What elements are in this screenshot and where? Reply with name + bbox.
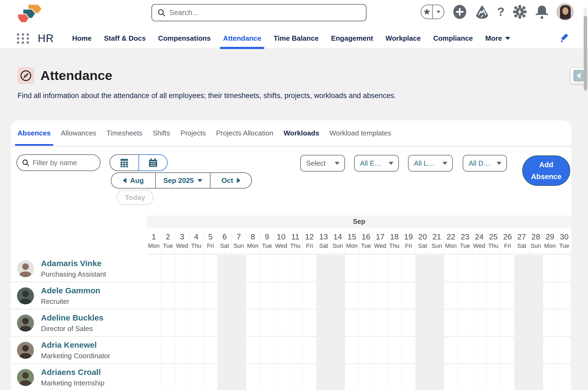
- calendar-cell[interactable]: [218, 364, 232, 390]
- nav-item-staff-docs[interactable]: Staff & Docs: [104, 34, 146, 43]
- calendar-cell[interactable]: [373, 309, 388, 337]
- calendar-cell[interactable]: [161, 309, 175, 337]
- calendar-cell[interactable]: [430, 255, 444, 282]
- calendar-cell[interactable]: [472, 337, 487, 364]
- calendar-cell[interactable]: [274, 282, 289, 309]
- employee-name-link[interactable]: Adele Gammon: [41, 286, 100, 295]
- filter-select-3[interactable]: All D…: [463, 155, 507, 172]
- calendar-cell[interactable]: [260, 255, 274, 282]
- calendar-cell[interactable]: [557, 282, 572, 309]
- calendar-cell[interactable]: [260, 364, 274, 390]
- calendar-cell[interactable]: [430, 282, 444, 309]
- calendar-cell[interactable]: [359, 255, 373, 282]
- calendar-cell[interactable]: [203, 337, 218, 364]
- calendar-cell[interactable]: [246, 255, 260, 282]
- favorites-split-button[interactable]: [421, 5, 444, 19]
- calendar-cell[interactable]: [501, 309, 515, 337]
- nav-item-more[interactable]: More: [485, 34, 510, 43]
- calendar-view-icon[interactable]: [139, 154, 168, 171]
- calendar-cell[interactable]: [331, 364, 345, 390]
- calendar-cell[interactable]: [543, 309, 557, 337]
- calendar-cell[interactable]: [557, 309, 572, 337]
- calendar-cell[interactable]: [175, 309, 189, 337]
- nav-item-engagement[interactable]: Engagement: [331, 34, 373, 43]
- calendar-cell[interactable]: [246, 282, 260, 309]
- calendar-cell[interactable]: [203, 364, 218, 390]
- calendar-cell[interactable]: [388, 309, 402, 337]
- calendar-cell[interactable]: [388, 337, 402, 364]
- calendar-cell[interactable]: [486, 337, 501, 364]
- calendar-cell[interactable]: [373, 337, 388, 364]
- calendar-cell[interactable]: [303, 337, 317, 364]
- calendar-cell[interactable]: [388, 282, 402, 309]
- tab-allowances[interactable]: Allowances: [61, 129, 96, 137]
- calendar-cell[interactable]: [458, 282, 472, 309]
- calendar-cell[interactable]: [486, 364, 501, 390]
- settings-icon[interactable]: [513, 5, 527, 19]
- table-view-icon[interactable]: [109, 154, 139, 171]
- calendar-cell[interactable]: [303, 255, 317, 282]
- calendar-cell[interactable]: [543, 337, 557, 364]
- filter-select-1[interactable]: All E…: [354, 155, 399, 172]
- favorites-star-icon[interactable]: [421, 5, 433, 19]
- calendar-cell[interactable]: [402, 337, 416, 364]
- calendar-cell[interactable]: [402, 309, 416, 337]
- filter-select-0[interactable]: Select: [300, 155, 345, 172]
- calendar-cell[interactable]: [274, 364, 289, 390]
- calendar-cell[interactable]: [189, 364, 204, 390]
- calendar-cell[interactable]: [288, 309, 303, 337]
- calendar-cell[interactable]: [515, 255, 529, 282]
- calendar-cell[interactable]: [388, 255, 402, 282]
- calendar-cell[interactable]: [543, 364, 557, 390]
- calendar-cell[interactable]: [288, 337, 303, 364]
- edit-nav-pencil-icon[interactable]: [560, 34, 569, 43]
- filter-by-name-input[interactable]: Filter by name: [16, 154, 101, 171]
- calendar-cell[interactable]: [161, 337, 175, 364]
- employee-name-link[interactable]: Adria Kenewel: [41, 340, 97, 350]
- calendar-cell[interactable]: [260, 282, 274, 309]
- nav-item-compensations[interactable]: Compensations: [158, 34, 211, 43]
- calendar-cell[interactable]: [345, 309, 359, 337]
- calendar-cell[interactable]: [486, 255, 501, 282]
- calendar-cell[interactable]: [373, 255, 388, 282]
- calendar-cell[interactable]: [147, 282, 161, 309]
- calendar-cell[interactable]: [359, 282, 373, 309]
- calendar-cell[interactable]: [246, 337, 260, 364]
- calendar-cell[interactable]: [515, 309, 529, 337]
- calendar-cell[interactable]: [232, 282, 246, 309]
- calendar-cell[interactable]: [218, 255, 232, 282]
- calendar-cell[interactable]: [331, 255, 345, 282]
- calendar-cell[interactable]: [260, 337, 274, 364]
- calendar-cell[interactable]: [543, 255, 557, 282]
- calendar-cell[interactable]: [317, 255, 331, 282]
- app-launcher-icon[interactable]: [16, 31, 30, 46]
- global-search-input[interactable]: Search...: [151, 4, 366, 21]
- calendar-cell[interactable]: [303, 364, 317, 390]
- tab-timesheets[interactable]: Timesheets: [106, 129, 142, 137]
- calendar-cell[interactable]: [472, 309, 487, 337]
- calendar-cell[interactable]: [430, 337, 444, 364]
- nav-item-home[interactable]: Home: [72, 34, 92, 43]
- calendar-cell[interactable]: [175, 337, 189, 364]
- calendar-cell[interactable]: [557, 364, 572, 390]
- nav-item-workplace[interactable]: Workplace: [385, 34, 421, 43]
- tab-absences[interactable]: Absences: [18, 129, 51, 137]
- calendar-cell[interactable]: [274, 337, 289, 364]
- calendar-cell[interactable]: [232, 255, 246, 282]
- calendar-cell[interactable]: [175, 282, 189, 309]
- help-icon[interactable]: ?: [497, 5, 504, 19]
- calendar-cell[interactable]: [175, 255, 189, 282]
- next-month-button[interactable]: Oct: [210, 173, 251, 188]
- calendar-cell[interactable]: [345, 364, 359, 390]
- filter-select-2[interactable]: All L…: [408, 155, 453, 172]
- calendar-cell[interactable]: [444, 282, 458, 309]
- calendar-cell[interactable]: [529, 282, 543, 309]
- add-absence-button[interactable]: Add Absence: [522, 155, 570, 186]
- add-icon[interactable]: [452, 5, 467, 19]
- calendar-cell[interactable]: [246, 309, 260, 337]
- employee-name-link[interactable]: Adeline Buckles: [41, 313, 103, 322]
- calendar-cell[interactable]: [416, 337, 430, 364]
- calendar-cell[interactable]: [288, 255, 303, 282]
- calendar-cell[interactable]: [501, 282, 515, 309]
- calendar-cell[interactable]: [232, 337, 246, 364]
